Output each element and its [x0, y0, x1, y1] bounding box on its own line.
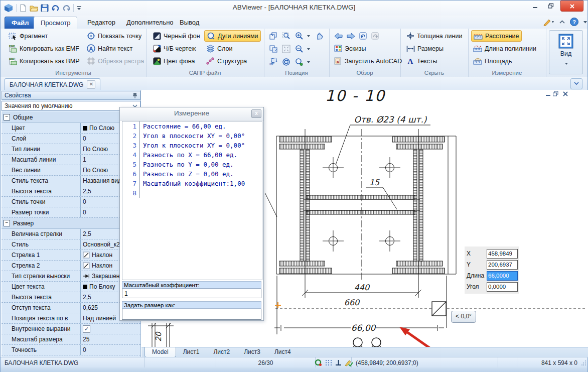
svg-text:A: A — [408, 57, 413, 65]
tab-view[interactable]: Просмотр — [34, 17, 77, 29]
measurement-dialog-title[interactable]: Измерение — [120, 107, 263, 120]
tab-file[interactable]: Файл — [5, 17, 36, 30]
crop-raster-icon — [87, 57, 95, 65]
hide-texts-button[interactable]: A Тексты — [404, 56, 439, 66]
mdi-close-icon — [563, 92, 567, 96]
property-value[interactable]: 25 — [81, 336, 140, 343]
document-close-icon[interactable]: ✕ — [87, 80, 95, 89]
resize-grip[interactable] — [581, 360, 586, 366]
help-dropdown-icon[interactable] — [583, 20, 587, 24]
arcs-as-lines-button[interactable]: Дуги линиями — [204, 30, 261, 42]
bw-drawing-button[interactable]: Ч/Б чертеж — [151, 43, 198, 54]
measurement-line: 6Разность по Z = 0,00 ед. — [122, 169, 262, 179]
coordinate-input[interactable]: 66,0000 — [487, 271, 518, 281]
zoom-in-button[interactable] — [293, 31, 312, 41]
ortho-icon[interactable] — [335, 359, 342, 366]
sheet-tab-лист2[interactable]: Лист2 — [206, 347, 237, 357]
layers-button[interactable]: Слои — [204, 43, 234, 54]
title-bar: ABViewer - [БАЛОЧНАЯ КЛЕТКА.DWG] — [1, 1, 587, 16]
find-text-button[interactable]: A Найти текст — [85, 43, 134, 54]
measure-distance-button[interactable]: Расстояние — [471, 30, 522, 42]
collapse-ribbon-icon[interactable] — [559, 20, 565, 25]
document-tab[interactable]: БАЛОЧНАЯ КЛЕТКА.DWG ✕ — [5, 78, 100, 90]
zoom-out-button[interactable] — [293, 44, 312, 54]
undo-view-icon[interactable] — [359, 32, 367, 40]
properties-header[interactable]: Свойства — [2, 91, 140, 100]
rotate-view-button[interactable]: 35° — [267, 57, 280, 67]
scale-factor-label: Масштабный коэффициент: — [122, 281, 261, 289]
bw-drawing-icon — [153, 45, 161, 53]
restore-button[interactable] — [543, 1, 558, 11]
osnap-icon[interactable] — [315, 359, 322, 366]
property-row[interactable]: Точность0 — [2, 345, 140, 355]
help-icon[interactable]: ? — [570, 18, 578, 26]
hide-dimensions-button[interactable]: Размеры — [404, 43, 446, 54]
coordinate-input[interactable]: 200,6937 — [487, 260, 518, 270]
show-point-button[interactable]: Показать точку — [85, 31, 143, 41]
zoom-in-dropdown-icon[interactable] — [307, 35, 310, 37]
zoom-window-button[interactable] — [280, 31, 293, 41]
tab-output[interactable]: Вывод — [173, 17, 206, 29]
set-size-input[interactable] — [122, 309, 261, 320]
measure-area-button[interactable]: Площадь — [471, 56, 514, 66]
black-bg-button[interactable]: Черный фон — [151, 31, 202, 41]
property-value[interactable]: ✓ — [81, 325, 140, 333]
tab-editor[interactable]: Редактор — [81, 17, 122, 29]
pin-icon[interactable] — [132, 92, 137, 98]
property-label: Позиция текста по в — [2, 313, 81, 323]
dialog-close-icon[interactable]: x — [251, 109, 261, 118]
thumbnails-button[interactable]: Эскизы — [332, 43, 368, 54]
coordinate-input[interactable]: 458,9849 — [487, 249, 518, 259]
property-row[interactable]: Масштаб размера25 — [2, 334, 140, 345]
property-value[interactable]: 0 — [81, 346, 140, 353]
plate-thickness-text: 15 — [369, 178, 380, 187]
mdi-window-controls[interactable] — [546, 91, 567, 96]
property-label: Величина стрелки — [2, 229, 81, 239]
forward-arrow-icon[interactable] — [347, 33, 355, 40]
move-drawing-button[interactable] — [267, 31, 280, 41]
view-dropdown-icon[interactable] — [565, 63, 568, 65]
scale-factor-input[interactable]: 1 — [122, 289, 261, 298]
zoom-previous-button[interactable] — [280, 57, 292, 67]
checkbox-checked-icon[interactable]: ✓ — [83, 325, 90, 333]
zoom-out-dropdown-icon[interactable] — [307, 48, 310, 50]
style-pencil-icon[interactable] — [543, 18, 554, 26]
sheet-tab-model[interactable]: Model — [144, 347, 176, 357]
collapse-icon[interactable]: − — [4, 114, 10, 120]
tab-advanced[interactable]: Дополнительно — [120, 17, 180, 29]
sheet-tab-лист1[interactable]: Лист1 — [176, 347, 207, 357]
structure-button[interactable]: Структура — [204, 56, 249, 66]
hide-lineweight-button[interactable]: Толщина линии — [404, 31, 464, 41]
fragment-button[interactable]: Фрагмент — [7, 31, 50, 41]
grid-icon[interactable] — [325, 359, 332, 366]
property-row[interactable]: Внутреннее выравни✓ — [2, 324, 140, 334]
tab-list-button[interactable] — [570, 78, 582, 89]
weld-symbols — [352, 338, 382, 347]
coordinate-input[interactable]: 0,0000 — [487, 282, 518, 292]
status-bar: БАЛОЧНАЯ КЛЕТКА.DWG 26/30 (458,9849; 200… — [1, 357, 587, 368]
group-overview: Эскизы a Запустить AutoCAD Обзор — [329, 29, 401, 77]
pan-button[interactable] — [313, 31, 326, 41]
close-button[interactable] — [560, 1, 583, 12]
minimize-button[interactable] — [527, 1, 542, 11]
bg-color-button[interactable]: Цвет фона — [151, 56, 197, 66]
fit-page-button[interactable] — [267, 44, 280, 54]
black-bg-icon — [153, 32, 161, 40]
property-label: Высота текста — [2, 292, 81, 302]
copy-emf-button[interactable]: EMF Копировать как EMF — [7, 43, 81, 54]
property-label: Вес линии — [2, 165, 81, 175]
crop-raster-button: Обрезка растра — [85, 56, 146, 66]
group-title-hide: Скрыть — [400, 70, 468, 76]
sheet-tab-лист3[interactable]: Лист3 — [237, 347, 267, 357]
back-arrow-icon[interactable] — [334, 33, 343, 40]
history-buttons — [332, 31, 381, 41]
collapse-icon[interactable]: − — [4, 220, 10, 226]
measurement-results[interactable]: 1Расстояние = 66,00 ед.2Угол в плоскости… — [122, 121, 262, 280]
zoom-selected-button[interactable] — [293, 57, 312, 67]
sheet-tab-лист4[interactable]: Лист4 — [267, 347, 298, 357]
view-mode-button[interactable]: Вид — [549, 30, 583, 74]
run-autocad-button[interactable]: a Запустить AutoCAD — [332, 56, 404, 66]
copy-bmp-button[interactable]: BMP Копировать как BMP — [7, 56, 82, 66]
zoom-selected-dropdown-icon[interactable] — [307, 61, 310, 63]
measure-polyline-button[interactable]: Длина полилинии — [471, 43, 538, 54]
